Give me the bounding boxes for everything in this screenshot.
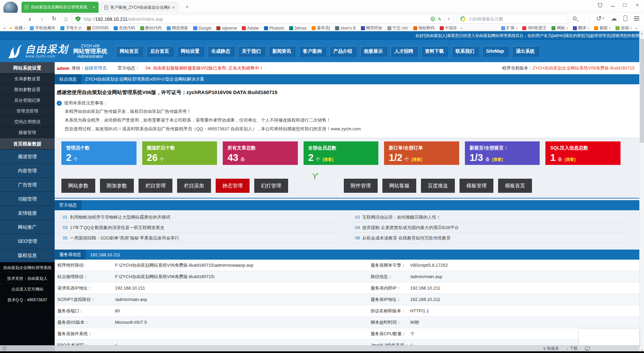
nav-item[interactable]: 网站首页 (116, 46, 142, 56)
quick-button[interactable]: 附件管理 (344, 179, 378, 193)
nav-item[interactable]: 客户案例 (299, 46, 325, 56)
accelerator-button[interactable]: ϟ 加速器 (543, 346, 559, 351)
bookmark-item[interactable]: 游戏▾ (615, 25, 632, 31)
bookmark-item[interactable]: 网盘搜索 (167, 25, 188, 31)
quick-button[interactable]: 静态管理 (216, 179, 250, 193)
bookmark-item[interactable]: 字母大小 (60, 25, 82, 31)
quick-button[interactable]: 模板首页 (498, 179, 532, 193)
server-tab[interactable]: 服务器信息 (55, 250, 86, 260)
view-link[interactable]: [查看] (565, 157, 576, 163)
bookmark-item[interactable]: 扩展▾ (501, 25, 518, 31)
role-value[interactable]: 超级管理员 (85, 65, 106, 71)
nav-item[interactable]: 联系我们 (452, 46, 478, 56)
bookmark-item[interactable]: Photosh (264, 26, 284, 31)
bookmark-item[interactable]: CSS代码 (87, 25, 109, 31)
browser-tab-active[interactable]: 自由策划企业网站后台管理系统 × (21, 2, 99, 13)
sidebar-item[interactable]: 首页模板数据 (0, 138, 55, 149)
quick-button[interactable]: 幻灯管理 (254, 179, 288, 193)
home-icon[interactable]: ⌂ (62, 14, 70, 23)
bookmarks-overflow-icon[interactable]: » (635, 26, 637, 31)
nav-item[interactable]: 新闻资讯 (269, 46, 295, 56)
news-item[interactable]: 0317年了QQ企鹅形象的演变也是一部互联网发展史 (55, 222, 337, 233)
float-circle-button[interactable] (2, 346, 7, 351)
version-value[interactable]: ZYCH自由策划企业网站系统V06免费版-Build160715 (533, 65, 635, 71)
sidebar-item[interactable]: 空间占用情况 (0, 117, 55, 127)
view-link[interactable]: [查看] (323, 157, 333, 163)
download-button[interactable]: ↓ 下载 (566, 346, 578, 351)
quick-button[interactable]: 附加参数 (100, 179, 134, 193)
bookmarks-toggle-icon[interactable]: » (3, 26, 6, 31)
site-info-tab[interactable]: 站点信息 (55, 74, 82, 84)
quick-button[interactable]: 网站参数 (61, 179, 95, 193)
search-icon[interactable] (573, 16, 577, 20)
view-link[interactable]: [查看] (412, 157, 422, 163)
bookmark-item[interactable]: 瀑布流| (312, 25, 330, 31)
sidebar-item[interactable]: 全局参数设置 (0, 74, 55, 84)
back-icon[interactable]: ‹ (25, 14, 34, 23)
bookmark-item[interactable]: 在线代码 (114, 25, 135, 31)
chevron-down-icon[interactable]: ▾ (448, 17, 450, 21)
nav-item[interactable]: 网站设置 (177, 46, 203, 56)
sidebar-item[interactable]: 版权信息 (0, 248, 55, 262)
sidebar-item[interactable]: 模板管理 (0, 127, 55, 138)
search-box[interactable]: 小姑娘撞脸岳云鹏 (457, 14, 568, 24)
browser-tab-inactive[interactable]: 客户案例_ZYCH自由策划企业网站 × (101, 2, 178, 13)
minimize-icon[interactable] (611, 4, 615, 7)
bookmark-item[interactable]: 酷站代码 (140, 25, 162, 31)
cloud-sync-icon[interactable]: ☁ (611, 15, 617, 22)
bookmark-item[interactable]: Alvin's B (335, 26, 356, 31)
menu-icon[interactable] (634, 16, 639, 20)
nav-item[interactable]: 相册展示 (360, 46, 386, 56)
news-item[interactable]: 04放弃团购 众美窝窝欲成为国内最大的酒店B2B平台 (347, 222, 630, 233)
bookmark-item[interactable]: 截图▾ (594, 25, 610, 31)
nav-item[interactable]: 退出系统 (512, 46, 538, 56)
quick-button[interactable]: 栏目添加 (177, 179, 211, 193)
bookmark-item[interactable]: 翻译▾ (573, 25, 589, 31)
bookmark-item[interactable]: Adobe (242, 26, 259, 31)
scrollbar-thumb[interactable] (640, 39, 644, 143)
maximize-icon[interactable] (623, 3, 627, 7)
nav-item[interactable]: 产品介绍 (330, 46, 356, 56)
sidebar-item[interactable]: 频道管理 (0, 149, 55, 164)
sidebar-item[interactable]: 友情链接 (0, 206, 55, 220)
quick-button[interactable]: 网站客服 (382, 179, 416, 193)
view-link[interactable]: [查看] (492, 157, 503, 163)
tab-close-icon[interactable]: × (172, 5, 175, 10)
address-bar[interactable]: ✓ http://192.168.10.211/admin/index.asp … (72, 14, 453, 24)
bookmark-item[interactable]: 手机收藏夹 (30, 25, 55, 31)
speed-mode-icon[interactable]: ϟ (438, 16, 441, 22)
bookmarks-overflow-icon[interactable]: » (461, 26, 463, 31)
sidebar-item[interactable]: 后台登陆记录 (0, 95, 55, 106)
sidebar-item[interactable]: 广告管理 (0, 178, 55, 192)
news-tab[interactable]: 官方动态 (55, 200, 82, 210)
tab-close-icon[interactable]: × (93, 5, 95, 10)
bookmark-item[interactable]: Google (193, 26, 212, 31)
nav-item[interactable]: 关于我们 (238, 46, 264, 56)
nav-item[interactable]: SiteMap (482, 46, 508, 56)
nav-item[interactable]: 人才招聘 (391, 46, 417, 56)
new-tab-button[interactable]: + (183, 3, 192, 11)
bookmark-item[interactable]: 中国音 (440, 25, 457, 31)
sidebar-item[interactable]: 功能管理 (0, 192, 55, 206)
sidebar-item[interactable]: 附加参数设置 (0, 84, 55, 95)
announcement-text[interactable]: 04. 自由策划新版婚纱摄影版V02版已发布, 正在火热销售中！ (146, 65, 263, 71)
history-undo-icon[interactable]: ↺▾ (596, 14, 604, 22)
sidebar-item[interactable]: 网站推广 (0, 220, 55, 234)
scroll-up-icon[interactable]: ▲ (640, 31, 644, 36)
mobile-icon[interactable] (624, 15, 627, 21)
nav-item[interactable]: 资料下载 (421, 46, 447, 56)
bookmark-item[interactable]: 驰创数码 (413, 25, 435, 31)
news-item[interactable]: 05一周新闻回顾：O2O刷单“黑洞”揭秘 苹果新品发布会举行 (55, 233, 337, 243)
close-icon[interactable]: × (635, 2, 640, 8)
skin-icon[interactable] (597, 2, 603, 8)
favorites-menu[interactable]: ★ 收藏 ▾ (9, 25, 25, 31)
page-scrollbar[interactable]: ▲ ▼ (639, 31, 644, 353)
nav-item[interactable]: 生成静态 (208, 46, 234, 56)
bookmark-item[interactable]: 3dmax (289, 26, 307, 31)
refresh-icon[interactable]: ↻ (50, 14, 58, 23)
bookmark-item[interactable]: 网银▾ (551, 25, 568, 31)
quick-button[interactable]: 百度推送 (421, 179, 455, 193)
bookmark-item[interactable]: 网页特效 (361, 25, 382, 31)
quick-button[interactable]: 栏目管理 (139, 179, 172, 193)
nav-item[interactable]: 后台首页 (147, 46, 173, 56)
